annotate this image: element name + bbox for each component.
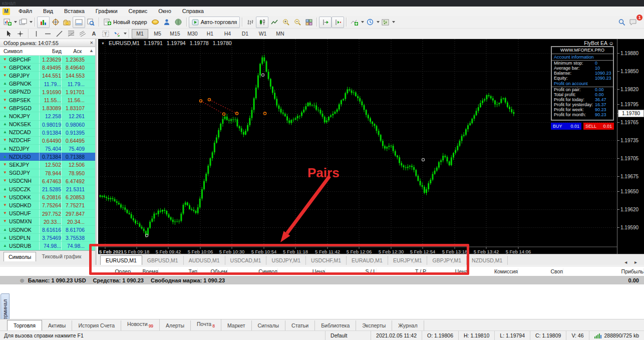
timeframe-button[interactable]: W1 <box>254 29 271 39</box>
column-ask[interactable]: Аск <box>62 48 82 54</box>
terminal-tab[interactable]: Почта8 <box>191 319 221 330</box>
profiles-button[interactable] <box>17 17 29 28</box>
market-watch-row[interactable]: ▼NZDCHF 0.64490 0.64495 <box>0 137 95 145</box>
candlestick-mode-button[interactable] <box>256 17 268 28</box>
market-watch-row[interactable]: ▲NZDJPY 75.404 75.409 <box>0 145 95 153</box>
chart-dropdown-icon[interactable]: ▼ <box>101 42 105 45</box>
market-watch-row[interactable]: ▲NZDCAD 0.91384 0.91395 <box>0 129 95 137</box>
timeframe-button[interactable]: D1 <box>237 29 253 39</box>
terminal-tab[interactable]: Новости99 <box>121 319 160 330</box>
zoom-in-button[interactable] <box>280 17 291 28</box>
market-watch-row[interactable]: ▲NOKSEK 0.98019 0.98060 <box>0 121 95 129</box>
timeframe-button[interactable]: M30 <box>184 29 201 39</box>
market-watch-row[interactable]: ▼SEKJPY 12.502 12.506 <box>0 161 95 169</box>
price-scale[interactable]: 1.198801.198501.198201.197951.197801.197… <box>617 39 644 254</box>
market-watch-row[interactable]: ▼GBPDKK 8.49495 8.49640 <box>0 64 95 72</box>
market-watch-row[interactable]: ▼GBPJPY 144.551 144.553 <box>0 72 95 80</box>
market-watch-row[interactable]: ▲USDRUB 74.98... 74.98... <box>0 242 95 250</box>
menu-item[interactable]: Графики <box>90 7 123 16</box>
menu-item[interactable]: Сервис <box>123 7 153 16</box>
arrows-tool-button[interactable] <box>111 29 123 39</box>
periods-button[interactable] <box>364 17 376 28</box>
sell-button[interactable]: SELL0.01 <box>583 123 614 130</box>
market-watch-row[interactable]: ▼GBPNZD 1.91690 1.91701 <box>0 88 95 96</box>
chart-tab-scroll-arrows[interactable]: ◂ ▸ <box>624 259 644 265</box>
crosshair-tool-button[interactable] <box>15 29 26 39</box>
bar-chart-mode-button[interactable] <box>244 17 256 28</box>
chart-tab[interactable]: NZDUSD,M1 <box>467 256 508 265</box>
market-watch-row[interactable]: ▼GBPSEK 11.55... 11.56... <box>0 96 95 104</box>
profiles-caret-icon[interactable] <box>30 21 33 23</box>
market-watch-row[interactable]: ▼GBPSGD 1.83089 1.83107 <box>0 104 95 112</box>
market-watch-row[interactable]: ▲GBPNOK 11.79... 11.79... <box>0 80 95 88</box>
new-order-button[interactable]: Новый ордер <box>101 17 150 28</box>
terminal-column-header[interactable]: Комиссия <box>468 268 518 274</box>
market-watch-toggle-button[interactable] <box>37 17 50 28</box>
terminal-toggle-button[interactable] <box>73 17 85 28</box>
column-symbol[interactable]: Символ <box>0 48 40 54</box>
market-watch-row[interactable]: ▼USDMXN 20.33... 20.34... <box>0 218 95 226</box>
price-chart[interactable]: 5 Feb 20215 Feb 09:185 Feb 09:425 Feb 10… <box>98 39 617 254</box>
templates-caret-icon[interactable] <box>392 21 395 23</box>
menu-item[interactable]: Справка <box>177 7 209 16</box>
terminal-tab[interactable]: Маркет <box>221 320 252 330</box>
auto-scroll-button[interactable] <box>319 17 332 28</box>
channel-tool-button[interactable] <box>77 29 88 39</box>
vertical-line-tool-button[interactable] <box>31 29 42 39</box>
terminal-tab[interactable]: Алерты <box>160 320 191 330</box>
market-watch-row[interactable]: ▲USDNOK 8.61616 8.61706 <box>0 226 95 234</box>
terminal-column-header[interactable]: Прибыль <box>563 268 644 274</box>
tile-windows-button[interactable] <box>303 17 314 28</box>
scroll-up-icon[interactable]: ▲ <box>89 48 94 53</box>
signals-button[interactable] <box>161 17 173 28</box>
market-watch-row[interactable]: ▼USDDKK 6.20816 6.20853 <box>0 193 95 201</box>
new-chart-button[interactable] <box>2 17 13 28</box>
timeframe-button[interactable]: MN <box>272 29 288 39</box>
market-watch-row[interactable]: ▼USDHKD 7.75264 7.75271 <box>0 201 95 209</box>
indicators-button[interactable] <box>349 17 360 28</box>
market-watch-tab[interactable]: Тиковый график <box>37 252 86 261</box>
market-watch-row[interactable]: ▲USDCZK 21.5285 21.5311 <box>0 185 95 193</box>
chart-shift-button[interactable] <box>332 17 344 28</box>
terminal-column-header[interactable]: Своп <box>518 268 563 274</box>
terminal-tab[interactable]: Эксперты <box>356 320 392 330</box>
timeframe-button[interactable]: M15 <box>167 29 183 39</box>
zoom-out-button[interactable] <box>291 17 303 28</box>
status-profile[interactable]: Default <box>325 331 371 340</box>
market-watch-row[interactable]: ▲NOKJPY 12.258 12.261 <box>0 112 95 120</box>
timeframe-button[interactable]: M5 <box>149 29 166 39</box>
menu-item[interactable]: Вид <box>38 7 59 16</box>
auto-trading-button[interactable]: Авто-торговля <box>189 17 240 28</box>
column-bid[interactable]: Бид <box>40 48 62 54</box>
navigator-button[interactable] <box>61 17 73 28</box>
timeframe-button[interactable]: H4 <box>219 29 236 39</box>
chat-button[interactable]: 1 <box>627 17 639 28</box>
market-watch-close-icon[interactable]: × <box>90 40 93 46</box>
text-tool-button[interactable]: A <box>88 29 100 39</box>
terminal-tab[interactable]: Сигналы <box>252 320 286 330</box>
menu-item[interactable]: Вставка <box>59 7 90 16</box>
fibonacci-tool-button[interactable] <box>65 29 77 39</box>
deposit-icon[interactable] <box>150 17 161 28</box>
line-chart-mode-button[interactable] <box>268 17 280 28</box>
templates-button[interactable] <box>380 17 391 28</box>
text-label-tool-button[interactable]: T <box>100 29 111 39</box>
search-icon[interactable] <box>616 17 627 28</box>
terminal-tab[interactable]: История Счета <box>72 320 121 330</box>
chart-area[interactable]: 5 Feb 20215 Feb 09:185 Feb 09:425 Feb 10… <box>98 39 617 254</box>
buy-button[interactable]: BUY0.01 <box>551 123 581 130</box>
terminal-tab[interactable]: Статьи <box>285 320 315 330</box>
market-watch-row[interactable]: ▼GBPCHF 1.23629 1.23635 <box>0 56 95 64</box>
market-watch-row[interactable]: ▲USDPLN 3.75469 3.75538 <box>0 234 95 242</box>
timeframe-button[interactable]: H1 <box>202 29 218 39</box>
terminal-tab[interactable]: Активы <box>42 320 73 330</box>
trendline-tool-button[interactable] <box>54 29 65 39</box>
arrows-caret-icon[interactable] <box>124 33 127 35</box>
market-globe-icon[interactable] <box>173 17 184 28</box>
timeframe-button[interactable]: M1 <box>132 29 148 39</box>
market-watch-row[interactable]: ▼USDHUF 297.752 297.847 <box>0 210 95 218</box>
terminal-tab[interactable]: Журнал <box>392 320 424 330</box>
market-watch-row[interactable]: ▼USDCNH 6.47463 6.47492 <box>0 177 95 185</box>
terminal-tab[interactable]: Библиотека <box>315 320 356 330</box>
terminal-tab[interactable]: Торговля <box>7 320 42 330</box>
